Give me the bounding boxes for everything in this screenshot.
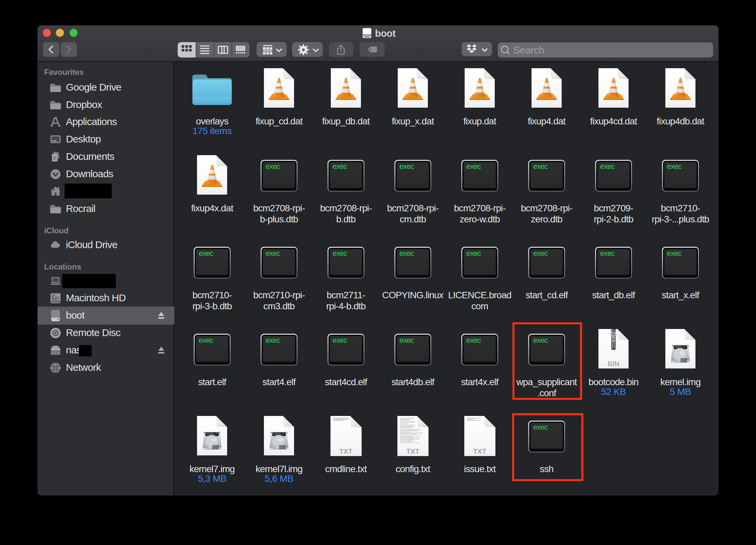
svg-text:TXT: TXT [339,447,353,455]
svg-text:TXT: TXT [473,447,486,455]
svg-text:TXT: TXT [406,447,419,455]
svg-text:BIN: BIN [607,360,619,367]
